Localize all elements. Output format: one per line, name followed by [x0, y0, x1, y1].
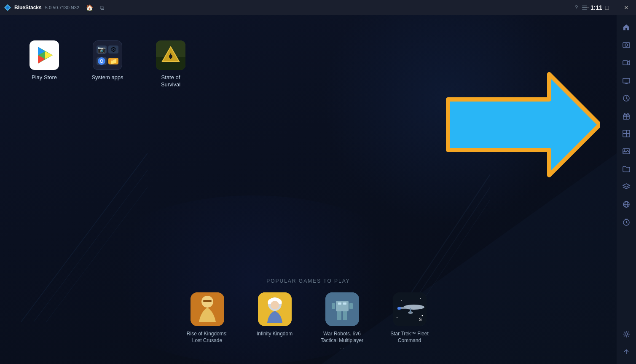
svg-rect-34	[338, 302, 341, 305]
svg-point-15	[101, 60, 103, 62]
popular-games-label: POPULAR GAMES TO PLAY	[266, 278, 350, 284]
svg-point-20	[169, 55, 172, 58]
svg-point-44	[397, 317, 397, 318]
right-sidebar	[617, 15, 636, 364]
svg-point-47	[625, 44, 628, 46]
window-controls: ? ☰ − □ ✕	[578, 0, 636, 15]
sidebar-gift-btn[interactable]	[618, 107, 635, 124]
sidebar-screenshot-btn[interactable]	[618, 37, 635, 54]
svg-rect-30	[337, 311, 341, 320]
sidebar-arrow-up-btn[interactable]	[618, 343, 635, 360]
app-state-of-survival[interactable]: ! State of Survival	[152, 40, 190, 88]
svg-rect-59	[626, 130, 630, 134]
chrome-mini-icon	[97, 57, 107, 65]
home-titlebar-icon[interactable]: 🏠	[86, 4, 93, 11]
svg-rect-35	[343, 302, 346, 305]
svg-rect-46	[623, 43, 630, 48]
state-of-survival-label: State of Survival	[152, 74, 190, 88]
state-of-survival-icon: !	[156, 40, 185, 70]
svg-point-37	[403, 305, 424, 310]
sidebar-layers-btn[interactable]	[618, 178, 635, 195]
svg-rect-24	[203, 300, 212, 302]
svg-text:S: S	[419, 317, 422, 322]
infinity-kingdom-icon	[258, 292, 292, 326]
sidebar-video-btn[interactable]	[618, 54, 635, 71]
star-trek-icon: S	[393, 292, 427, 326]
star-trek-label: Star Trek™ Fleet Command	[386, 330, 433, 345]
play-store-icon	[30, 40, 59, 70]
minimize-button[interactable]: −	[578, 0, 597, 15]
hamburger-icon[interactable]: ☰	[582, 4, 587, 12]
game-infinity-kingdom[interactable]: Infinity Kingdom	[252, 292, 298, 337]
multiinstance-icon[interactable]: ⧉	[100, 4, 104, 11]
play-store-label: Play Store	[32, 74, 57, 81]
svg-rect-50	[623, 78, 630, 83]
svg-line-55	[626, 98, 628, 99]
main-content: Play Store 📷 ⚙ 📁 System	[0, 15, 617, 364]
gear-mini-icon: ⚙	[108, 46, 118, 54]
game-rise-of-kingdoms[interactable]: Rise of Kingdoms: Lost Crusade	[184, 292, 231, 345]
infinity-kingdom-label: Infinity Kingdom	[257, 330, 293, 337]
app-play-store[interactable]: Play Store	[25, 40, 63, 81]
svg-rect-29	[336, 301, 349, 311]
svg-rect-48	[623, 61, 628, 65]
svg-rect-61	[626, 134, 630, 137]
svg-point-40	[397, 307, 401, 310]
svg-rect-32	[332, 303, 335, 309]
svg-point-41	[401, 300, 402, 301]
camera-mini-icon: 📷	[97, 46, 107, 54]
sidebar-home-btn[interactable]	[618, 19, 635, 36]
app-version: 5.0.50.7130 N32	[45, 5, 79, 10]
sidebar-globe-btn[interactable]	[618, 196, 635, 213]
svg-point-43	[421, 315, 423, 316]
game-war-robots[interactable]: War Robots. 6v6 Tactical Multiplayer ...	[319, 292, 365, 351]
app-system-apps[interactable]: 📷 ⚙ 📁 System apps	[89, 40, 126, 81]
svg-point-27	[271, 301, 279, 309]
svg-rect-33	[349, 303, 353, 309]
maximize-button[interactable]: □	[597, 0, 617, 15]
rise-of-kingdoms-icon	[191, 292, 224, 326]
sidebar-timer-btn[interactable]	[618, 214, 635, 230]
system-apps-label: System apps	[91, 74, 123, 81]
titlebar-quick-icons: 🏠 ⧉	[86, 4, 104, 11]
system-apps-icon: 📷 ⚙ 📁	[93, 40, 122, 70]
svg-line-69	[626, 222, 628, 223]
sidebar-tv-btn[interactable]	[618, 72, 635, 89]
svg-marker-12	[45, 51, 53, 59]
sidebar-photo-btn[interactable]	[618, 143, 635, 160]
sidebar-folder-btn[interactable]	[618, 161, 635, 177]
svg-point-63	[624, 150, 625, 151]
svg-point-70	[625, 333, 628, 335]
game-star-trek[interactable]: S Star Trek™ Fleet Command	[386, 292, 433, 345]
close-button[interactable]: ✕	[617, 0, 636, 15]
sidebar-multiinstance-btn[interactable]	[618, 125, 635, 142]
titlebar-logo: BlueStacks 5.0.50.7130 N32	[3, 3, 79, 12]
app-name: BlueStacks	[14, 5, 42, 11]
popular-games-list: Rise of Kingdoms: Lost Crusade	[184, 292, 433, 351]
popular-games-section: POPULAR GAMES TO PLAY Rise of Kingdoms: …	[0, 278, 617, 351]
titlebar: BlueStacks 5.0.50.7130 N32 🏠 ⧉ 1:11 ? ☰ …	[0, 0, 636, 15]
war-robots-label: War Robots. 6v6 Tactical Multiplayer ...	[319, 330, 365, 351]
svg-point-42	[420, 298, 421, 299]
svg-rect-60	[623, 134, 626, 137]
filemanager-mini-icon: 📁	[108, 58, 118, 64]
svg-rect-31	[343, 311, 347, 320]
war-robots-icon	[325, 292, 359, 326]
apps-grid: Play Store 📷 ⚙ 📁 System	[25, 40, 190, 88]
svg-rect-58	[623, 130, 626, 134]
sidebar-settings-btn[interactable]	[618, 326, 635, 343]
bluestacks-logo-icon	[3, 3, 12, 12]
sidebar-clock-btn[interactable]	[618, 90, 635, 107]
help-icon[interactable]: ?	[575, 4, 578, 11]
rise-of-kingdoms-label: Rise of Kingdoms: Lost Crusade	[184, 330, 231, 345]
